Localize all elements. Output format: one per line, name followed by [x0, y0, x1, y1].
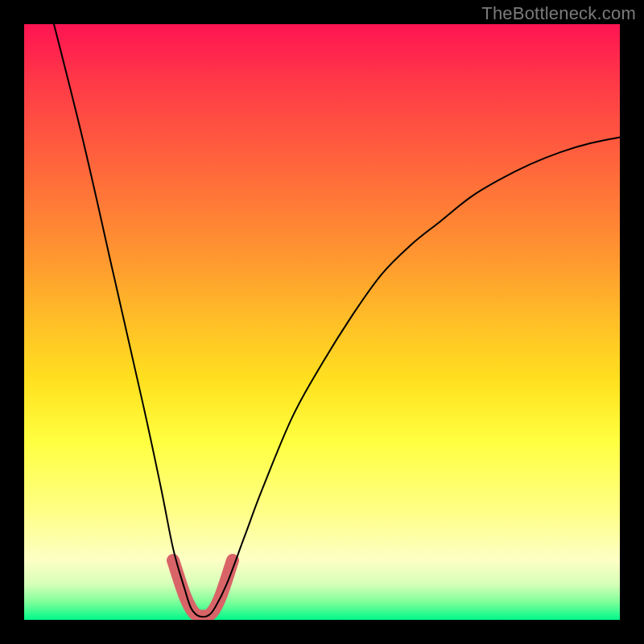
bottleneck-curve [54, 24, 620, 617]
plot-svg [24, 24, 620, 620]
red-u-segment [173, 560, 233, 617]
plot-area [24, 24, 620, 620]
watermark-text: TheBottleneck.com [481, 3, 636, 24]
chart-stage: TheBottleneck.com [0, 0, 644, 644]
